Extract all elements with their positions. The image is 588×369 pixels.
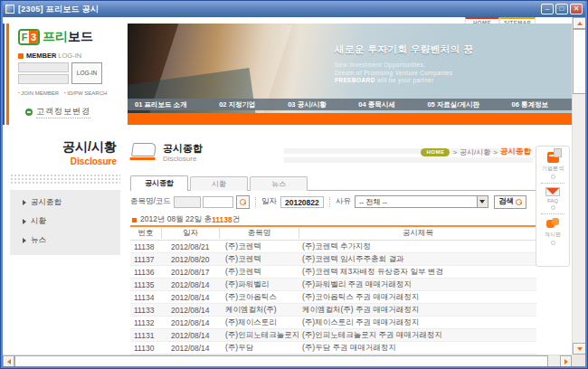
nav-item-board[interactable]: 05 자료실/게시판 [427,100,479,109]
table-row[interactable]: 111342012/08/14(주)코아옵틱스(주)코아옵틱스 주권 매매거래정… [130,291,536,304]
table-row[interactable]: 111372012/08/20(주)코렌텍(주)코렌텍 임시주주총회 결과 [130,253,536,266]
stock-label: 종목명/코드 [130,196,171,207]
page: HOME SITEMAP F 3 프리보드 MEMBER LOG-IN [3,17,572,355]
ring-icon [551,175,555,179]
sidebar-item-news[interactable]: 뉴스 [23,235,120,246]
main-navigation: 01 프리보드 소개 02 지정기업 03 공시/시황 04 종목시세 05 자… [128,99,572,110]
sidebar-item-disclosure[interactable]: 공시종합 [23,197,120,208]
reason-select[interactable]: -- 전체 -- [355,195,488,208]
arrow-right-icon [23,219,26,224]
table-row[interactable]: 111362012/08/17(주)코렌텍(주)코렌텍 제3자배정 유상증자 일… [130,266,536,279]
magnifier-icon [516,199,522,205]
scroll-right-button[interactable] [560,355,572,366]
sidebar-item-market[interactable]: 시황 [23,216,120,227]
nav-item-quotes[interactable]: 04 종목시세 [358,100,394,109]
separator [255,197,256,207]
vertical-scroll-thumb[interactable] [573,29,585,94]
row-company: (주)코렌텍 [219,254,299,265]
breadcrumb-home-badge[interactable]: HOME [421,148,450,156]
row-title: 케이엠컬처(주) 주권 매매거래정지 [299,305,536,316]
nav-item-companies[interactable]: 02 지정기업 [219,100,255,109]
page-title: 공시종합 [163,142,203,156]
date-input[interactable]: 20120822 [280,196,324,208]
row-company: 케이엠컬처(주) [219,305,299,316]
row-date: 2012/08/14 [161,344,219,353]
maximize-button[interactable]: □ [555,4,568,14]
close-button[interactable]: ✕ [570,4,583,14]
stock-name-input[interactable] [203,196,233,208]
row-date: 2012/08/17 [161,268,219,277]
company-analysis-icon [547,152,559,163]
horizontal-scroll-thumb[interactable] [14,355,548,366]
table-row[interactable]: 111352012/08/14(주)파워벨리(주)파워벨리 주권 매매거래정지 [130,279,536,291]
row-no: 11133 [130,306,161,315]
member-label: MEMBER [26,52,56,60]
title-bar[interactable]: [2305] 프리보드 공시 – □ ✕ [3,1,585,17]
search-button[interactable]: 검색 [494,195,526,209]
nav-item-intro[interactable]: 01 프리보드 소개 [135,100,187,109]
row-no: 11131 [130,331,161,340]
freeboard-logo[interactable]: F 3 프리보드 [18,29,128,45]
idpw-search-link[interactable]: ·ID/PW SEARCH [64,90,107,96]
logo-text-green: 프리 [43,29,68,45]
row-date: 2012/08/21 [161,242,219,251]
table-row[interactable]: 111332012/08/14케이엠컬처(주)케이엠컬처(주) 주권 매매거래정… [130,304,536,317]
sidebar-item-label: 시황 [31,216,46,227]
quickmenu-faq[interactable]: FAQ [545,187,560,210]
customer-info-icon [25,109,33,116]
join-member-link[interactable]: ·JOIN MEMBER [18,90,59,96]
horizontal-scrollbar[interactable] [3,355,572,366]
nav-item-disclosure[interactable]: 03 공시/시황 [288,100,327,109]
vertical-scrollbar[interactable] [572,17,585,355]
banner-subtext: New Investment Opportunities, Dream of P… [335,62,473,85]
row-date: 2012/08/14 [161,318,219,327]
stock-code-input[interactable] [174,196,201,208]
sidebar: 공시/시황 Disclosure 공시종합 시황 뉴스 [3,125,128,355]
member-login-header: MEMBER LOG-IN [18,52,128,60]
fb-logo-icon: F 3 [18,29,40,45]
login-button[interactable]: LOG-IN [71,62,102,84]
board-icon [546,218,559,229]
row-company: (주)제이스토리 [219,317,299,328]
scroll-up-button[interactable] [573,17,585,29]
logo-login-panel: F 3 프리보드 MEMBER LOG-IN LOG-IN [11,24,128,125]
quickmenu-company-analysis[interactable]: 기업분석 [542,152,564,179]
scroll-down-button[interactable] [573,343,585,355]
id-field[interactable] [18,62,69,72]
breadcrumb: HOME > 공시/시황 > 공시종합 [421,147,531,157]
banner-sub3-bold: FREEBOARD [335,77,375,83]
quickmenu-board[interactable]: 게시판 [545,218,561,245]
dropdown-button[interactable] [477,196,488,207]
tab-disclosure[interactable]: 공시종합 [130,175,188,191]
table-row[interactable]: 111322012/08/14(주)제이스토리(주)제이스토리 주권 매매거래정… [130,317,536,329]
table-row[interactable]: 111382012/08/21(주)코렌텍(주)코렌텍 추가지정 [130,241,536,253]
banner-sub2: Dream of Promising Venture Companies [335,70,453,76]
row-date: 2012/08/14 [161,306,219,315]
sidebar-title: 공시/시황 [3,125,128,156]
sidebar-dots-decoration [10,174,120,184]
main-content: 공시종합 Disclosure HOME > 공시/시황 > 공시종합 공시종합… [130,125,536,355]
app-icon [5,5,14,14]
table-row[interactable]: 111302012/08/14(주)우담(주)우담 주권 매매거래정지 [130,342,536,355]
row-title: (주)코렌텍 추가지정 [299,241,536,252]
table-row[interactable]: 111312012/08/14(주)인피노테크놀로지(주)인피노테크놀로지 주권… [130,329,536,342]
tab-market[interactable]: 시황 [190,176,248,191]
row-title: (주)코렌텍 제3자배정 유상증자 일부 변경 [299,267,536,278]
arrow-up-icon [577,22,583,25]
row-title: (주)우담 주권 매매거래정지 [299,343,536,354]
minimize-button[interactable]: – [541,4,554,14]
scroll-left-button[interactable] [3,355,14,366]
stock-search-button[interactable] [236,195,250,209]
banner-sub1: New Investment Opportunities, [335,62,425,68]
row-date: 2012/08/14 [161,280,219,289]
breadcrumb-path[interactable]: 공시/시황 [460,147,490,157]
customer-info-link[interactable]: 고객정보변경 [25,106,128,118]
separator [329,197,330,207]
result-summary: 2012년 08월 22일 총 11138 건 [132,214,240,225]
row-no: 11138 [130,242,161,251]
nav-item-stats[interactable]: 06 통계정보 [512,100,548,109]
password-field[interactable] [18,74,69,84]
tab-news[interactable]: 뉴스 [250,176,308,191]
col-header-company: 종목명 [219,228,299,239]
breadcrumb-separator: > [452,148,457,156]
